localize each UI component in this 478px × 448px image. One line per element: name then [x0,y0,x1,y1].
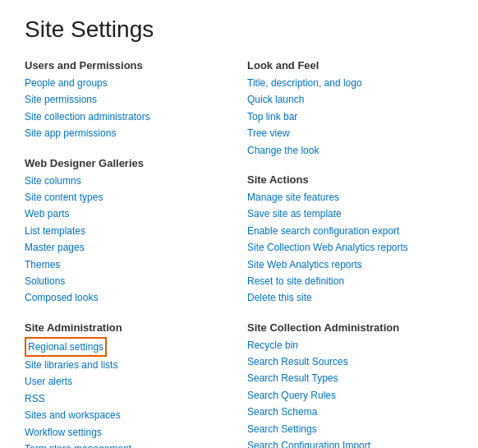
section-site-administration: Site AdministrationRegional settingsSite… [25,321,231,448]
link-title,-description,-and-logo[interactable]: Title, description, and logo [247,75,453,91]
section-site-actions: Site ActionsManage site featuresSave sit… [247,173,453,307]
section-title: Site Administration [25,321,231,334]
link-search-schema[interactable]: Search Schema [247,404,453,420]
link-user-alerts[interactable]: User alerts [25,373,231,390]
link-term-store-management[interactable]: Term store management [25,441,231,448]
link-delete-this-site[interactable]: Delete this site [247,289,453,306]
section-title: Look and Feel [247,59,453,72]
link-search-result-types[interactable]: Search Result Types [247,370,453,386]
section-site-collection-administration: Site Collection AdministrationRecycle bi… [247,321,453,448]
link-search-settings[interactable]: Search Settings [247,421,453,437]
link-tree-view[interactable]: Tree view [247,125,453,141]
main-content: Users and PermissionsPeople and groupsSi… [25,59,453,448]
link-solutions[interactable]: Solutions [25,273,231,289]
link-site-collection-web-analytics-reports[interactable]: Site Collection Web Analytics reports [247,239,453,256]
link-site-permissions[interactable]: Site permissions [25,91,231,108]
section-users-and-permissions: Users and PermissionsPeople and groupsSi… [25,59,231,142]
link-site-collection-administrators[interactable]: Site collection administrators [25,109,231,125]
link-site-web-analytics-reports[interactable]: Site Web Analytics reports [247,256,453,273]
section-title: Web Designer Galleries [25,157,231,169]
link-people-and-groups[interactable]: People and groups [25,75,231,91]
section-title: Users and Permissions [25,59,231,72]
link-list-templates[interactable]: List templates [25,223,231,239]
link-change-the-look[interactable]: Change the look [247,142,453,159]
link-master-pages[interactable]: Master pages [25,239,231,256]
link-top-link-bar[interactable]: Top link bar [247,109,453,125]
link-recycle-bin[interactable]: Recycle bin [247,337,453,353]
link-site-columns[interactable]: Site columns [25,173,231,189]
section-web-designer-galleries: Web Designer GalleriesSite columnsSite c… [25,157,231,307]
link-sites-and-workspaces[interactable]: Sites and workspaces [25,407,231,423]
link-composed-looks[interactable]: Composed looks [25,289,231,306]
link-save-site-as-template[interactable]: Save site as template [247,206,453,222]
link-search-query-rules[interactable]: Search Query Rules [247,387,453,404]
link-web-parts[interactable]: Web parts [25,206,231,222]
link-workflow-settings[interactable]: Workflow settings [25,424,231,441]
link-manage-site-features[interactable]: Manage site features [247,189,453,206]
page-title: Site Settings [25,16,453,43]
left-column: Users and PermissionsPeople and groupsSi… [25,59,231,448]
link-rss[interactable]: RSS [25,390,231,407]
link-themes[interactable]: Themes [25,256,231,273]
right-column: Look and FeelTitle, description, and log… [247,59,453,448]
link-reset-to-site-definition[interactable]: Reset to site definition [247,273,453,289]
section-title: Site Actions [247,173,453,186]
section-look-and-feel: Look and FeelTitle, description, and log… [247,59,453,159]
link-site-app-permissions[interactable]: Site app permissions [25,125,231,141]
link-site-libraries-and-lists[interactable]: Site libraries and lists [25,357,231,373]
link-site-content-types[interactable]: Site content types [25,189,231,206]
link-quick-launch[interactable]: Quick launch [247,91,453,108]
link-search-configuration-import[interactable]: Search Configuration Import [247,437,453,448]
section-title: Site Collection Administration [247,321,453,334]
link-regional-settings[interactable]: Regional settings [25,337,107,357]
link-enable-search-configuration-export[interactable]: Enable search configuration export [247,223,453,239]
link-search-result-sources[interactable]: Search Result Sources [247,353,453,370]
